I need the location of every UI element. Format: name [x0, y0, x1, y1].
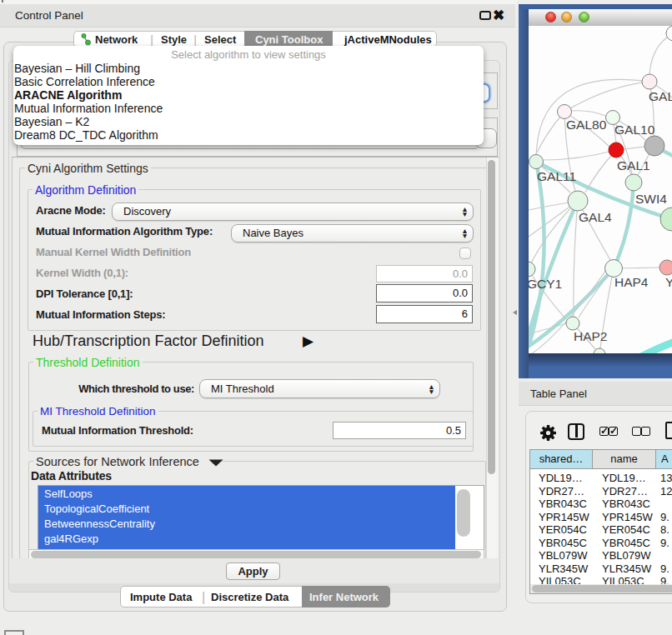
svg-text:GAL80: GAL80: [566, 118, 607, 132]
svg-text:GAL4: GAL4: [579, 210, 612, 224]
svg-text:GAL10: GAL10: [614, 122, 655, 137]
svg-text:GCY1: GCY1: [529, 277, 562, 291]
svg-text:HAP2: HAP2: [574, 329, 608, 343]
svg-text:GAL7: GAL7: [649, 89, 672, 103]
svg-text:SWI4: SWI4: [635, 192, 667, 206]
svg-text:HAP4: HAP4: [614, 275, 649, 289]
svg-text:Y: Y: [665, 275, 672, 289]
svg-text:GAL11: GAL11: [537, 169, 576, 183]
svg-text:GAL1: GAL1: [617, 158, 650, 172]
